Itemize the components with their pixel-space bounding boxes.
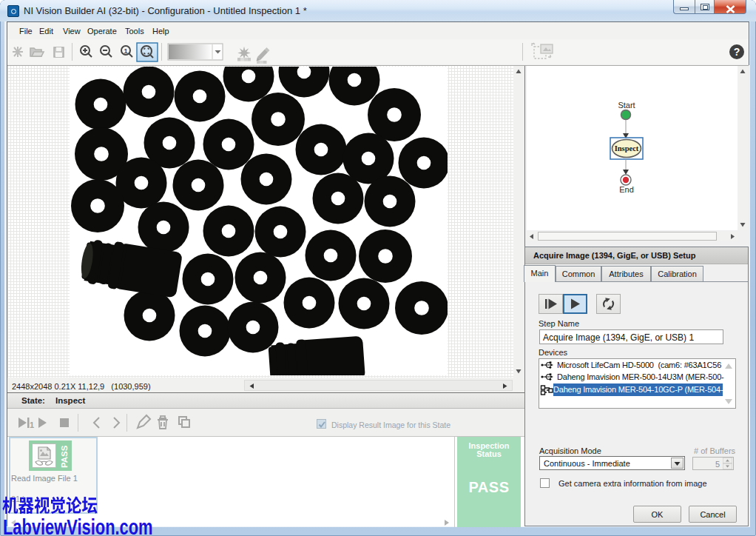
svg-text:1: 1	[30, 421, 34, 429]
svg-text:Start: Start	[618, 101, 635, 110]
svg-text:1: 1	[124, 47, 127, 55]
svg-text:?: ?	[734, 46, 740, 58]
svg-text:Inspect: Inspect	[615, 144, 639, 153]
svg-text:End: End	[619, 185, 634, 194]
svg-text:PASS: PASS	[60, 445, 69, 468]
